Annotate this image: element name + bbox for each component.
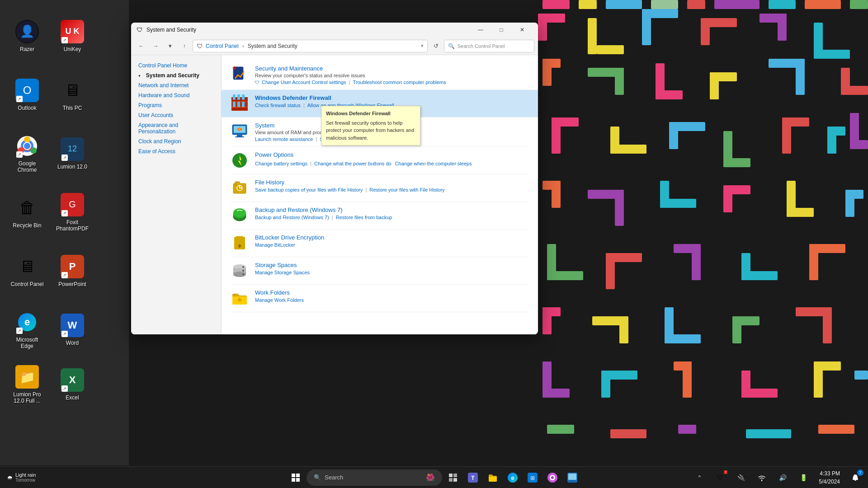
svg-rect-7 (714, 0, 760, 9)
sleep-link[interactable]: Change when the computer sleeps (395, 161, 472, 166)
nav-network[interactable]: Network and Internet (131, 80, 221, 90)
search-field[interactable]: 🔍 Search Control Panel (444, 40, 534, 52)
maximize-button[interactable]: □ (491, 23, 512, 37)
nav-programs[interactable]: Programs (131, 100, 221, 110)
svg-point-99 (24, 136, 30, 143)
svg-rect-80 (823, 307, 832, 343)
security-maintenance-title[interactable]: Security and Maintenance (255, 65, 529, 72)
file-history-links: Save backup copies of your files with Fi… (255, 187, 529, 192)
minimize-button[interactable]: — (470, 23, 491, 37)
backup-restore-link[interactable]: Backup and Restore (Windows 7) (255, 215, 329, 220)
recent-button[interactable]: ▾ (164, 40, 176, 52)
save-backup-link[interactable]: Save backup copies of your files with Fi… (255, 187, 363, 192)
tray-expand-button[interactable]: ^ (690, 469, 708, 487)
bitlocker-links: Manage BitLocker (255, 242, 529, 248)
search-placeholder: Search Control Panel (458, 43, 505, 49)
desktop-icon-excel[interactable]: X ↗ Excel (52, 361, 93, 408)
manage-storage-link[interactable]: Manage Storage Spaces (255, 270, 310, 275)
desktop-icon-chrome[interactable]: ↗ Google Chrome (7, 127, 47, 181)
taskbar-search-bar[interactable]: 🔍 Search 🌺 (307, 469, 442, 486)
antivirus-tray-icon[interactable]: 🛡 ! (711, 469, 729, 487)
edge-taskbar-button[interactable]: e (504, 469, 522, 487)
battery-link[interactable]: Change battery settings (255, 161, 307, 166)
weather-widget[interactable]: 🌧 Light rain Tomorrow (4, 470, 39, 484)
firewall-title[interactable]: Windows Defender Firewall (255, 94, 529, 101)
taskbar-search-label: Search (325, 474, 343, 481)
svg-rect-122 (237, 135, 242, 136)
troubleshoot-link[interactable]: Troubleshoot common computer problems (353, 80, 446, 85)
desktop-icon-edge[interactable]: e ↗ Microsoft Edge (7, 303, 47, 357)
svg-rect-56 (723, 185, 732, 212)
change-uac-link[interactable]: 🛡 Change User Account Control settings (255, 80, 346, 85)
desktop-icon-recycle[interactable]: 🗑 Recycle Bin (7, 185, 47, 239)
file-history-content: File History Save backup copies of your … (255, 179, 529, 192)
nav-clock[interactable]: Clock and Region (131, 136, 221, 146)
desktop-icon-thispc[interactable]: 🖥 This PC (52, 68, 93, 122)
system-button[interactable] (563, 469, 581, 487)
desktop-icon-word[interactable]: W ↗ Word (52, 303, 93, 357)
address-field[interactable]: 🛡 Control Panel › System and Security ▾ (193, 40, 428, 52)
nav-user-accounts[interactable]: User Accounts (131, 110, 221, 120)
desktop-icon-powerpoint[interactable]: P ↗ PowerPoint (52, 244, 93, 298)
svg-rect-18 (701, 18, 737, 27)
nav-appearance[interactable]: Appearance and Personalization (131, 120, 221, 136)
bitlocker-title[interactable]: BitLocker Drive Encryption (255, 234, 529, 241)
restore-from-backup-link[interactable]: Restore files from backup (336, 215, 392, 220)
teams-button[interactable]: T (464, 469, 482, 487)
desktop-icon-unikey[interactable]: U K ↗ UniKey (52, 9, 93, 63)
task-view-button[interactable] (444, 469, 462, 487)
battery-icon[interactable]: 🔋 (794, 469, 812, 487)
svg-rect-92 (547, 425, 574, 434)
svg-rect-20 (778, 14, 787, 41)
tooltip-title: Windows Defender Firewall (326, 110, 415, 117)
storage-title[interactable]: Storage Spaces (255, 262, 529, 268)
address-dropdown[interactable]: ▾ (421, 43, 424, 49)
close-button[interactable]: ✕ (512, 23, 533, 37)
notification-button[interactable]: 7 (846, 469, 864, 487)
svg-rect-72 (542, 307, 552, 334)
back-button[interactable]: ← (135, 40, 147, 52)
nav-hardware[interactable]: Hardware and Sound (131, 90, 221, 100)
backup-links: Backup and Restore (Windows 7) | Restore… (255, 215, 529, 220)
shortcut-arrow: ↗ (61, 331, 68, 337)
manage-workfolders-link[interactable]: Manage Work Folders (255, 297, 304, 303)
desktop-icon-cpanel[interactable]: 🖥 Control Panel (7, 244, 47, 298)
taskbar-right: ^ 🛡 ! 🔌 🔊 🔋 4:33 PM 5/4/2024 (690, 469, 864, 487)
desktop-icon-lumion[interactable]: 12 ↗ Lumion 12.0 (52, 127, 93, 181)
backup-title[interactable]: Backup and Restore (Windows 7) (255, 206, 529, 213)
volume-icon[interactable]: 🔊 (774, 469, 792, 487)
power-buttons-link[interactable]: Change what the power buttons do (314, 161, 392, 166)
desktop-icon-razer[interactable]: 👤 Razer (7, 9, 47, 63)
svg-rect-151 (296, 474, 300, 477)
desktop-icon-outlook[interactable]: O ↗ Outlook (7, 68, 47, 122)
paint-button[interactable] (543, 469, 561, 487)
start-button[interactable] (287, 469, 305, 487)
system-icon (231, 122, 249, 140)
svg-text:T: T (471, 475, 475, 481)
nav-ease[interactable]: Ease of Access (131, 146, 221, 156)
check-firewall-link[interactable]: Check firewall status (255, 103, 301, 108)
workfolders-title[interactable]: Work Folders (255, 289, 529, 296)
storage-links: Manage Storage Spaces (255, 270, 529, 275)
manage-bitlocker-link[interactable]: Manage BitLocker (255, 242, 295, 248)
system-clock[interactable]: 4:33 PM 5/4/2024 (815, 469, 844, 486)
file-history-title[interactable]: File History (255, 179, 529, 186)
forward-button[interactable]: → (149, 40, 162, 52)
svg-rect-38 (827, 127, 836, 154)
nav-system-security[interactable]: System and Security (131, 70, 221, 80)
desktop-icon-luminpro[interactable]: 📁 Lumion Pro 12.0 Full ... (7, 361, 47, 408)
battery-charging-icon[interactable]: 🔌 (732, 469, 750, 487)
power-title[interactable]: Power Options (255, 151, 529, 158)
refresh-button[interactable]: ↺ (429, 40, 442, 52)
file-explorer-button[interactable] (484, 469, 502, 487)
store-button[interactable]: ⊞ (524, 469, 542, 487)
power-icon (231, 151, 249, 169)
desktop-icon-foxit[interactable]: G ↗ Foxit PhantomPDF (52, 185, 93, 239)
remote-assistance-link[interactable]: Launch remote assistance (255, 136, 313, 142)
up-button[interactable]: ↑ (178, 40, 191, 52)
foxit-label: Foxit PhantomPDF (56, 219, 89, 232)
restore-files-link[interactable]: Restore your files with File History (369, 187, 444, 192)
nav-home[interactable]: Control Panel Home (131, 61, 221, 70)
svg-rect-157 (453, 478, 457, 482)
wifi-icon[interactable] (753, 469, 771, 487)
